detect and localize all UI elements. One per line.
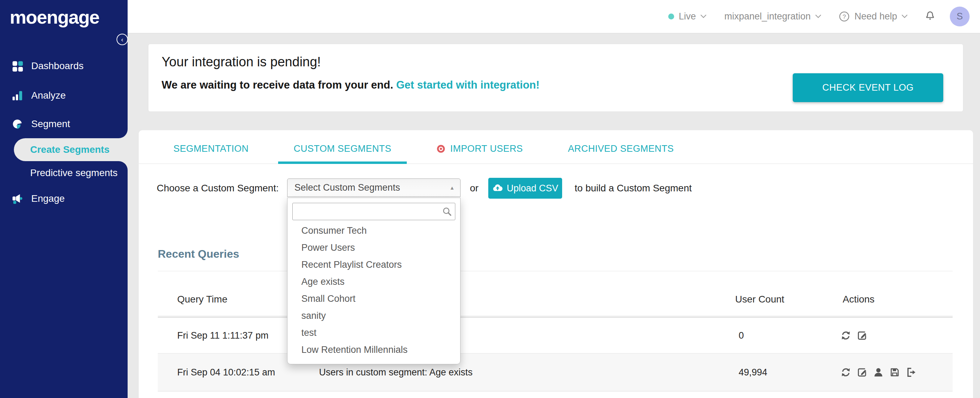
- sidebar-item-engage[interactable]: Engage: [0, 188, 127, 209]
- column-user-count: User Count: [735, 294, 784, 305]
- custom-segment-select[interactable]: Select Custom Segments ▲: [287, 179, 461, 197]
- column-actions: Actions: [843, 294, 875, 305]
- get-started-link[interactable]: Get started with integration!: [396, 79, 539, 91]
- project-name: mixpanel_integration: [724, 11, 811, 22]
- live-status-dot: [668, 14, 674, 19]
- banner-message: We are waiting to receive data from your…: [162, 79, 539, 91]
- query-time-cell: Fri Sep 11 1:11:37 pm: [177, 330, 269, 341]
- table-header-row: Query Time User Count Actions: [158, 286, 953, 318]
- check-event-log-button[interactable]: CHECK EVENT LOG: [793, 73, 943, 102]
- project-switcher[interactable]: mixpanel_integration: [724, 11, 821, 22]
- sidebar: moengage Dashboards Analyze Segment Crea…: [0, 0, 127, 398]
- upload-csv-button[interactable]: Upload CSV: [488, 178, 562, 199]
- sidebar-item-segment[interactable]: Segment: [0, 113, 127, 134]
- avatar-initial: S: [956, 11, 963, 22]
- segments-card: SEGMENTATION CUSTOM SEGMENTS IMPORT USER…: [139, 130, 973, 398]
- dropdown-option[interactable]: Recent Playlist Creators: [288, 256, 460, 273]
- save-segment-icon[interactable]: [889, 367, 900, 378]
- dropdown-option[interactable]: sanity: [288, 307, 460, 324]
- integration-pending-banner: Your integration is pending! We are wait…: [148, 44, 963, 112]
- need-help-label: Need help: [854, 11, 897, 22]
- edit-query-icon[interactable]: [856, 330, 868, 341]
- page-content: Your integration is pending! We are wait…: [127, 34, 980, 398]
- chevron-down-icon: [700, 14, 706, 18]
- tab-import-users[interactable]: IMPORT USERS: [421, 130, 538, 163]
- chevron-down-icon: [902, 14, 907, 18]
- sidebar-item-label: Segment: [31, 118, 70, 129]
- environment-label: Live: [679, 11, 696, 22]
- sidebar-item-label: Engage: [31, 193, 65, 204]
- sidebar-item-label: Analyze: [31, 90, 66, 101]
- recent-queries-title: Recent Queries: [158, 248, 239, 261]
- or-text: or: [470, 183, 479, 194]
- pie-chart-icon: [11, 118, 23, 130]
- cloud-upload-icon: [492, 183, 503, 194]
- export-segment-icon[interactable]: [905, 367, 916, 378]
- megaphone-icon: [11, 193, 23, 205]
- segment-search-input[interactable]: [292, 203, 455, 220]
- user-count-cell: 49,994: [739, 367, 767, 378]
- sidebar-item-dashboards[interactable]: Dashboards: [0, 56, 127, 77]
- tab-segmentation[interactable]: SEGMENTATION: [158, 130, 264, 163]
- banner-title: Your integration is pending!: [162, 54, 321, 69]
- dashboards-grid-icon: [11, 60, 23, 72]
- dropdown-search: [292, 203, 455, 220]
- divider: [158, 271, 953, 271]
- bar-chart-icon: [11, 90, 23, 101]
- search-icon: [442, 206, 452, 217]
- sidebar-collapse-button[interactable]: ‹: [116, 34, 128, 45]
- sidebar-item-label: Dashboards: [31, 61, 84, 72]
- sidebar-item-label: Create Segments: [30, 144, 110, 155]
- custom-segment-dropdown: Consumer Tech Power Users Recent Playlis…: [287, 198, 461, 364]
- query-description-cell: Users in custom segment: Age exists: [319, 367, 473, 378]
- row-actions: [840, 367, 916, 378]
- environment-switcher[interactable]: Live: [668, 11, 706, 22]
- dropdown-option[interactable]: Consumer Tech: [288, 222, 460, 239]
- question-circle-icon: ?: [838, 11, 850, 22]
- dropdown-option[interactable]: Age exists: [288, 273, 460, 290]
- sidebar-item-predictive-segments[interactable]: Predictive segments: [0, 163, 127, 183]
- edit-query-icon[interactable]: [856, 367, 868, 378]
- tab-archived-segments[interactable]: ARCHIVED SEGMENTS: [552, 130, 689, 163]
- view-users-icon[interactable]: [873, 367, 884, 378]
- need-help-menu[interactable]: ? Need help: [838, 11, 907, 22]
- dropdown-option[interactable]: Power Users: [288, 239, 460, 256]
- notifications-bell-icon[interactable]: [924, 10, 936, 24]
- sidebar-notch-top: [119, 129, 127, 138]
- picker-suffix-text: to build a Custom Segment: [574, 183, 692, 194]
- user-avatar[interactable]: S: [950, 6, 970, 26]
- sidebar-item-analyze[interactable]: Analyze: [0, 85, 127, 106]
- svg-text:?: ?: [843, 13, 846, 20]
- rerun-query-icon[interactable]: [840, 367, 851, 378]
- chevron-down-icon: [815, 14, 821, 18]
- import-users-target-icon: [436, 144, 445, 153]
- choose-segment-label: Choose a Custom Segment:: [157, 183, 279, 194]
- table-row: Fri Sep 04 10:02:15 am Users in custom s…: [158, 353, 953, 392]
- sidebar-item-label: Predictive segments: [30, 168, 118, 179]
- moengage-logo: moengage: [10, 6, 99, 28]
- dropdown-option[interactable]: Low Retention Millennials: [288, 341, 460, 358]
- sidebar-item-create-segments[interactable]: Create Segments: [14, 138, 127, 161]
- tab-custom-segments[interactable]: CUSTOM SEGMENTS: [278, 130, 407, 163]
- query-time-cell: Fri Sep 04 10:02:15 am: [177, 367, 275, 378]
- row-actions: [840, 330, 868, 341]
- segments-tab-bar: SEGMENTATION CUSTOM SEGMENTS IMPORT USER…: [139, 130, 973, 164]
- column-query-time: Query Time: [177, 294, 228, 305]
- top-header: Live mixpanel_integration ? Need help S: [127, 0, 980, 34]
- select-arrow-up-icon: ▲: [449, 185, 455, 191]
- dropdown-option[interactable]: test: [288, 324, 460, 341]
- table-row: Fri Sep 11 1:11:37 pm 0: [158, 318, 953, 353]
- rerun-query-icon[interactable]: [840, 330, 851, 341]
- dropdown-option[interactable]: Small Cohort: [288, 290, 460, 307]
- user-count-cell: 0: [739, 330, 744, 341]
